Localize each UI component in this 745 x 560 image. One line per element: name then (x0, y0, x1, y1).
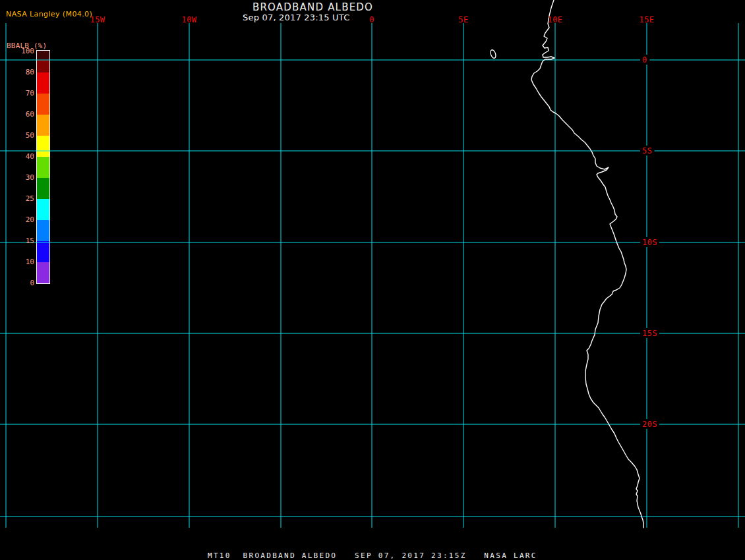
plot-subtitle: Sep 07, 2017 23:15 UTC (243, 13, 349, 22)
legend-tick-label: 25 (11, 194, 34, 204)
plot-title: BROADBAND ALBEDO (253, 1, 373, 13)
meridian-label: 5E (458, 15, 468, 24)
parallel-label: 0 (642, 55, 647, 65)
parallel-label: 10S (642, 238, 657, 247)
coastline-path (531, 0, 643, 528)
albedo-map-plot: NASA Langley (M04.0) BROADBAND ALBEDO Se… (0, 0, 745, 560)
parallel-label: 15S (642, 329, 657, 338)
legend-tick-label: 80 (11, 67, 34, 78)
legend-tick-label: 20 (11, 215, 34, 225)
legend-tick-label: 0 (11, 278, 34, 289)
meridian-label: 0 (369, 15, 374, 24)
credit-text: NASA Langley (M04.0) (6, 10, 92, 18)
meridian-label: 10E (547, 15, 562, 24)
meridian-label: 15E (639, 15, 654, 24)
legend-tick-label: 50 (11, 130, 34, 141)
legend-tick-label: 15 (11, 236, 34, 246)
map-canvas: 15W10W5W05E10E15E05S10S15S20S (0, 0, 745, 560)
legend-tick-label: 40 (11, 152, 34, 162)
meridian-label: 10W (181, 15, 196, 24)
legend-tick-label: 70 (11, 88, 34, 99)
legend-tick-label: 100 (11, 46, 34, 57)
parallel-label: 5S (642, 146, 652, 155)
legend-tick-label: 30 (11, 173, 34, 183)
legend-tick-label: 60 (11, 109, 34, 120)
footer-caption: MT10 BROADBAND ALBEDO SEP 07, 2017 23:15… (208, 551, 537, 560)
legend-tick-label: 10 (11, 257, 34, 267)
parallel-label: 20S (642, 420, 657, 429)
island-outline (489, 49, 496, 59)
